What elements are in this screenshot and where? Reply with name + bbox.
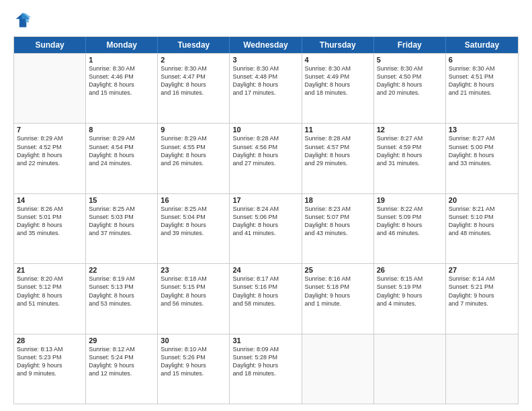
day-number: 9 bbox=[161, 126, 226, 134]
day-cell-24: 24Sunrise: 8:17 AMSunset: 5:16 PMDayligh… bbox=[230, 264, 302, 333]
cell-info-line: Sunset: 4:49 PM bbox=[305, 73, 371, 81]
day-cell-29: 29Sunrise: 8:12 AMSunset: 5:24 PMDayligh… bbox=[86, 334, 158, 404]
cell-info-line: Sunset: 5:04 PM bbox=[161, 213, 226, 221]
cell-info-line: Sunrise: 8:15 AM bbox=[377, 275, 443, 283]
cell-info-line: Sunrise: 8:27 AM bbox=[377, 134, 443, 142]
cell-info-line: and 35 minutes. bbox=[17, 229, 83, 237]
day-number: 11 bbox=[305, 126, 371, 134]
cell-info-line: Daylight: 8 hours bbox=[232, 291, 298, 300]
day-number: 3 bbox=[232, 56, 298, 64]
day-number: 27 bbox=[449, 266, 515, 274]
day-number: 12 bbox=[377, 126, 443, 134]
cell-info-line: Sunset: 4:59 PM bbox=[377, 143, 443, 151]
calendar-body: 1Sunrise: 8:30 AMSunset: 4:46 PMDaylight… bbox=[14, 53, 518, 404]
day-number: 26 bbox=[377, 266, 443, 274]
cell-info-line: and 17 minutes. bbox=[232, 89, 298, 97]
cell-info-line: Daylight: 8 hours bbox=[232, 221, 298, 229]
day-number: 22 bbox=[89, 266, 154, 274]
day-cell-21: 21Sunrise: 8:20 AMSunset: 5:12 PMDayligh… bbox=[14, 264, 86, 333]
cell-info-line: Sunset: 4:47 PM bbox=[161, 73, 226, 81]
cell-info-line: Daylight: 8 hours bbox=[377, 221, 443, 229]
calendar-week-2: 7Sunrise: 8:29 AMSunset: 4:52 PMDaylight… bbox=[14, 123, 518, 193]
day-cell-11: 11Sunrise: 8:28 AMSunset: 4:57 PMDayligh… bbox=[302, 124, 374, 193]
cell-info-line: Daylight: 8 hours bbox=[161, 151, 226, 159]
day-header-saturday: Saturday bbox=[446, 37, 518, 53]
cell-info-line: Sunrise: 8:28 AM bbox=[305, 134, 371, 142]
calendar-week-5: 28Sunrise: 8:13 AMSunset: 5:23 PMDayligh… bbox=[14, 334, 518, 404]
cell-info-line: and 27 minutes. bbox=[232, 159, 298, 167]
header bbox=[13, 11, 519, 30]
cell-info-line: Daylight: 9 hours bbox=[449, 291, 515, 300]
cell-info-line: Daylight: 9 hours bbox=[17, 361, 83, 369]
day-number: 25 bbox=[305, 266, 371, 274]
day-cell-23: 23Sunrise: 8:18 AMSunset: 5:15 PMDayligh… bbox=[158, 264, 230, 333]
day-number: 4 bbox=[305, 56, 371, 64]
cell-info-line: Sunset: 5:07 PM bbox=[305, 213, 371, 221]
day-cell-26: 26Sunrise: 8:15 AMSunset: 5:19 PMDayligh… bbox=[374, 264, 446, 333]
day-number: 13 bbox=[449, 126, 515, 134]
cell-info-line: and 12 minutes. bbox=[89, 369, 154, 377]
cell-info-line: Sunset: 4:46 PM bbox=[89, 73, 154, 81]
calendar-week-4: 21Sunrise: 8:20 AMSunset: 5:12 PMDayligh… bbox=[14, 263, 518, 333]
cell-info-line: Sunset: 5:15 PM bbox=[161, 283, 226, 291]
day-cell-6: 6Sunrise: 8:30 AMSunset: 4:51 PMDaylight… bbox=[446, 54, 518, 123]
day-header-wednesday: Wednesday bbox=[230, 37, 302, 53]
cell-info-line: and 4 minutes. bbox=[377, 300, 443, 308]
day-number: 5 bbox=[377, 56, 443, 64]
cell-info-line: and 58 minutes. bbox=[232, 300, 298, 308]
cell-info-line: and 7 minutes. bbox=[449, 300, 515, 308]
cell-info-line: Sunset: 5:24 PM bbox=[89, 353, 154, 361]
day-cell-1: 1Sunrise: 8:30 AMSunset: 4:46 PMDaylight… bbox=[86, 54, 158, 123]
day-number: 10 bbox=[232, 126, 298, 134]
cell-info-line: Daylight: 8 hours bbox=[17, 221, 83, 229]
cell-info-line: Sunrise: 8:29 AM bbox=[17, 134, 83, 142]
day-number: 30 bbox=[161, 336, 226, 345]
cell-info-line: Sunset: 5:26 PM bbox=[161, 353, 226, 361]
day-cell-20: 20Sunrise: 8:21 AMSunset: 5:10 PMDayligh… bbox=[446, 194, 518, 263]
cell-info-line: Daylight: 8 hours bbox=[377, 81, 443, 89]
cell-info-line: Sunset: 5:18 PM bbox=[305, 283, 371, 291]
cell-info-line: Sunrise: 8:30 AM bbox=[232, 64, 298, 73]
cell-info-line: and 29 minutes. bbox=[305, 159, 371, 167]
cell-info-line: Sunset: 4:57 PM bbox=[305, 143, 371, 151]
cell-info-line: Sunset: 4:54 PM bbox=[89, 143, 154, 151]
cell-info-line: Sunset: 4:52 PM bbox=[17, 143, 83, 151]
day-cell-10: 10Sunrise: 8:28 AMSunset: 4:56 PMDayligh… bbox=[230, 124, 302, 193]
day-cell-18: 18Sunrise: 8:23 AMSunset: 5:07 PMDayligh… bbox=[302, 194, 374, 263]
day-cell-22: 22Sunrise: 8:19 AMSunset: 5:13 PMDayligh… bbox=[86, 264, 158, 333]
cell-info-line: Daylight: 9 hours bbox=[232, 361, 298, 369]
cell-info-line: and 24 minutes. bbox=[89, 159, 154, 167]
day-header-monday: Monday bbox=[86, 37, 158, 53]
cell-info-line: Sunset: 4:51 PM bbox=[449, 73, 515, 81]
cell-info-line: and 43 minutes. bbox=[305, 229, 371, 237]
cell-info-line: Sunrise: 8:29 AM bbox=[161, 134, 226, 142]
cell-info-line: Daylight: 8 hours bbox=[377, 151, 443, 159]
day-cell-15: 15Sunrise: 8:25 AMSunset: 5:03 PMDayligh… bbox=[86, 194, 158, 263]
cell-info-line: and 21 minutes. bbox=[449, 89, 515, 97]
cell-info-line: and 20 minutes. bbox=[377, 89, 443, 97]
day-number: 18 bbox=[305, 196, 371, 204]
logo-icon bbox=[13, 11, 32, 30]
cell-info-line: Sunrise: 8:09 AM bbox=[232, 345, 298, 353]
day-number: 28 bbox=[17, 336, 83, 345]
day-cell-16: 16Sunrise: 8:25 AMSunset: 5:04 PMDayligh… bbox=[158, 194, 230, 263]
day-cell-31: 31Sunrise: 8:09 AMSunset: 5:28 PMDayligh… bbox=[230, 334, 302, 404]
cell-info-line: Sunrise: 8:30 AM bbox=[89, 64, 154, 73]
cell-info-line: and 41 minutes. bbox=[232, 229, 298, 237]
cell-info-line: Sunrise: 8:13 AM bbox=[17, 345, 83, 353]
cell-info-line: Daylight: 8 hours bbox=[161, 221, 226, 229]
cell-info-line: Sunrise: 8:14 AM bbox=[449, 275, 515, 283]
cell-info-line: Daylight: 9 hours bbox=[161, 361, 226, 369]
cell-info-line: Daylight: 8 hours bbox=[161, 81, 226, 89]
cell-info-line: Sunset: 5:19 PM bbox=[377, 283, 443, 291]
cell-info-line: Daylight: 8 hours bbox=[232, 151, 298, 159]
day-number: 31 bbox=[232, 336, 298, 345]
cell-info-line: and 15 minutes. bbox=[89, 89, 154, 97]
cell-info-line: and 39 minutes. bbox=[161, 229, 226, 237]
cell-info-line: Sunset: 4:48 PM bbox=[232, 73, 298, 81]
cell-info-line: Sunrise: 8:21 AM bbox=[449, 205, 515, 213]
cell-info-line: Daylight: 8 hours bbox=[305, 81, 371, 89]
cell-info-line: Sunset: 5:23 PM bbox=[17, 353, 83, 361]
cell-info-line: Daylight: 8 hours bbox=[449, 81, 515, 89]
page-container: SundayMondayTuesdayWednesdayThursdayFrid… bbox=[0, 0, 532, 411]
